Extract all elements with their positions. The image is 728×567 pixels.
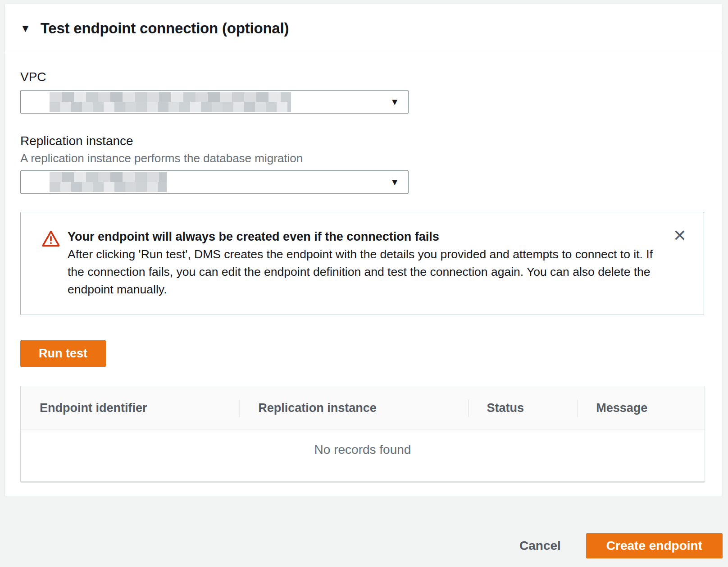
section-body: VPC ▼ Replication instance A replication… [5,53,722,482]
create-endpoint-button[interactable]: Create endpoint [586,533,723,558]
dismiss-warning-button[interactable]: ✕ [671,226,688,246]
redacted-replication-instance-value [50,172,167,192]
test-endpoint-connection-panel: ▼ Test endpoint connection (optional) VP… [5,4,722,496]
warning-triangle-icon [41,229,60,298]
warning-text-block: Your endpoint will always be created eve… [68,228,663,298]
section-header[interactable]: ▼ Test endpoint connection (optional) [5,4,722,53]
column-header-endpoint-identifier: Endpoint identifier [21,386,239,430]
cancel-button[interactable]: Cancel [519,533,561,558]
warning-alert: Your endpoint will always be created eve… [20,212,704,315]
table-header-row: Endpoint identifier Replication instance… [21,386,705,430]
warning-body: After clicking 'Run test', DMS creates t… [68,246,663,298]
close-icon: ✕ [673,226,687,245]
run-test-button[interactable]: Run test [20,340,106,367]
empty-state-row: No records found [21,430,705,481]
redacted-vpc-value [50,92,291,112]
vpc-field: VPC ▼ [20,69,706,114]
warning-title: Your endpoint will always be created eve… [68,228,663,246]
collapse-arrow-icon: ▼ [20,23,31,34]
no-records-message: No records found [21,430,705,481]
dropdown-caret-icon: ▼ [390,97,399,106]
vpc-select[interactable]: ▼ [20,90,409,114]
column-header-replication-instance: Replication instance [239,386,468,430]
section-title: Test endpoint connection (optional) [41,20,289,37]
replication-instance-field: Replication instance A replication insta… [20,133,706,194]
dropdown-caret-icon: ▼ [390,178,399,187]
replication-instance-description: A replication instance performs the data… [20,151,706,165]
wizard-footer: Cancel Create endpoint [0,496,728,567]
replication-instance-select[interactable]: ▼ [20,170,409,194]
column-header-status: Status [468,386,578,430]
vpc-label: VPC [20,69,706,85]
replication-instance-label: Replication instance [20,133,706,149]
column-header-message: Message [577,386,705,430]
test-results-table: Endpoint identifier Replication instance… [20,386,705,482]
